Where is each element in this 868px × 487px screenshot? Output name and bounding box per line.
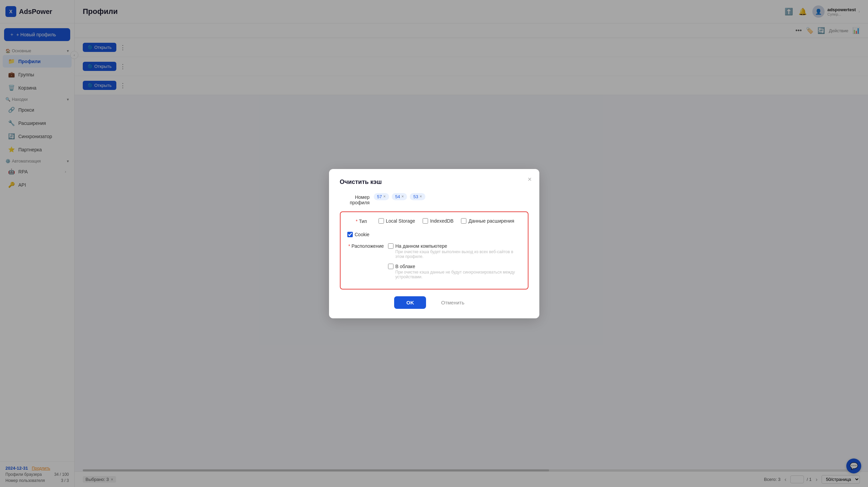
tag-57: 57 × (374, 193, 389, 200)
local-desc: При очистке кэша будет выполнен выход из… (396, 249, 521, 259)
location-label: * Расположение (347, 243, 388, 249)
checkbox-local-input[interactable] (388, 243, 393, 249)
dialog-close-button[interactable]: × (528, 176, 532, 183)
checkbox-cloud-input[interactable] (388, 264, 393, 269)
location-row: * Расположение На данном компьютере При … (347, 243, 521, 283)
type-location-section: * Тип Local Storage IndexedDB Данные рас… (340, 211, 528, 289)
checkbox-extension-data[interactable]: Данные расширения (461, 218, 514, 224)
checkbox-indexed-db-input[interactable] (423, 218, 428, 224)
profile-number-row: Номер профиля 57 × 54 × 53 × (340, 193, 528, 205)
type-label: * Тип (347, 219, 371, 224)
tag-57-close[interactable]: × (383, 194, 386, 199)
checkbox-indexed-db[interactable]: IndexedDB (423, 218, 454, 224)
tag-54-close[interactable]: × (401, 194, 404, 199)
checkbox-cookie-input[interactable] (347, 232, 353, 237)
clear-cache-dialog: Очистить кэш × Номер профиля 57 × 54 × 5… (329, 169, 539, 318)
dialog-title: Очистить кэш (340, 179, 528, 186)
profile-number-label: Номер профиля (340, 193, 374, 205)
tag-53: 53 × (410, 193, 425, 200)
checkbox-local-storage-input[interactable] (379, 218, 384, 224)
checkbox-local-storage[interactable]: Local Storage (379, 218, 415, 224)
cancel-button[interactable]: Отменить (431, 296, 474, 309)
profile-tags: 57 × 54 × 53 × (374, 193, 425, 200)
checkbox-cookie[interactable]: Cookie (347, 232, 370, 237)
location-options: На данном компьютере При очистке кэша бу… (388, 243, 521, 283)
cloud-desc: При очистке кэша данные не будут синхрон… (396, 270, 521, 279)
checkbox-cloud[interactable]: В облаке (388, 264, 521, 269)
tag-54: 54 × (392, 193, 407, 200)
type-row: * Тип Local Storage IndexedDB Данные рас… (347, 218, 521, 238)
tag-53-close[interactable]: × (420, 194, 422, 199)
checkbox-local[interactable]: На данном компьютере (388, 243, 521, 249)
dialog-actions: OK Отменить (340, 296, 528, 309)
checkbox-extension-data-input[interactable] (461, 218, 466, 224)
ok-button[interactable]: OK (394, 296, 426, 309)
modal-overlay: Очистить кэш × Номер профиля 57 × 54 × 5… (0, 0, 868, 487)
